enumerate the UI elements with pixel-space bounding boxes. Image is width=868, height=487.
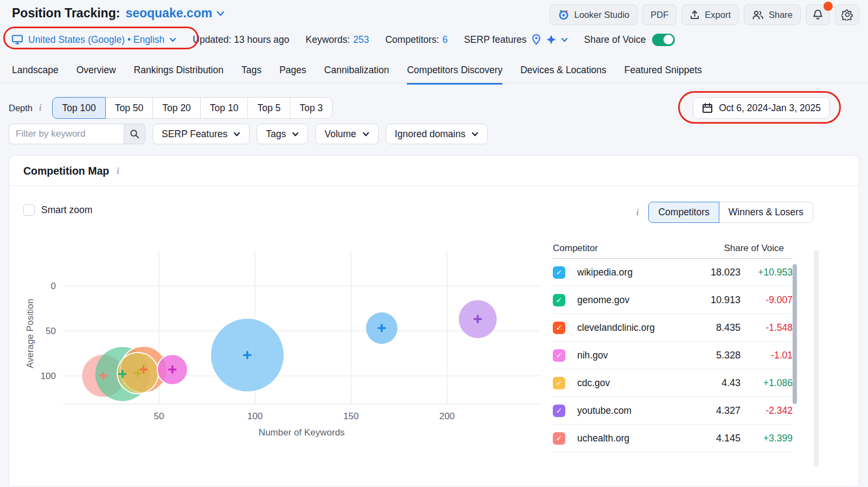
tab-landscape[interactable]: Landscape bbox=[12, 65, 59, 85]
competitor-checkbox-youtube-com[interactable]: ✓ bbox=[553, 405, 565, 417]
export-button[interactable]: Export bbox=[681, 4, 739, 25]
competitor-checkbox-nih-gov[interactable]: ✓ bbox=[553, 349, 565, 362]
competitor-checkbox-cdc-gov[interactable]: ✓ bbox=[553, 377, 565, 389]
filter-ignored-domains[interactable]: Ignored domains bbox=[386, 124, 488, 144]
tab-pages[interactable]: Pages bbox=[279, 65, 307, 85]
smart-zoom-checkbox[interactable] bbox=[23, 204, 35, 216]
depth-top-10[interactable]: Top 10 bbox=[200, 97, 248, 119]
y-tick-100: 100 bbox=[41, 371, 56, 381]
keywords-value-link[interactable]: 253 bbox=[353, 34, 369, 46]
updated-text: Updated: 13 hours ago bbox=[193, 34, 289, 46]
calendar-icon bbox=[702, 102, 713, 113]
table-row-nih-gov: ✓nih.gov5.328-1.01 bbox=[553, 342, 793, 369]
tab-tags[interactable]: Tags bbox=[241, 65, 261, 85]
filter-serp-features[interactable]: SERP Features bbox=[152, 124, 250, 144]
share-of-voice-value: 5.328 bbox=[706, 350, 741, 361]
project-domain-label: seoquake.com bbox=[125, 6, 212, 21]
location-language-label: United States (Google) • English bbox=[28, 34, 164, 46]
share-of-voice-delta: +3.399 bbox=[741, 433, 793, 444]
share-button[interactable]: Share bbox=[744, 4, 801, 25]
tab-featured-snippets[interactable]: Featured Snippets bbox=[624, 65, 702, 85]
chevron-down-icon bbox=[169, 37, 176, 42]
depth-top-20[interactable]: Top 20 bbox=[152, 97, 201, 119]
smart-zoom-label: Smart zoom bbox=[41, 204, 92, 216]
card-header: Competition Map i bbox=[9, 156, 859, 186]
competition-map-card: Competition Map i Smart zoom i Competito… bbox=[9, 155, 859, 487]
serp-features-dropdown[interactable]: SERP features bbox=[464, 34, 567, 46]
pdf-button[interactable]: PDF bbox=[642, 4, 676, 25]
y-tick-50: 50 bbox=[46, 326, 56, 336]
tab-devices-locations[interactable]: Devices & Locations bbox=[520, 65, 607, 85]
table-row-wikipedia-org: ✓wikipedia.org18.023+10.953 bbox=[553, 259, 793, 286]
depth-top-100[interactable]: Top 100 bbox=[52, 97, 105, 119]
project-domain-dropdown[interactable]: seoquake.com bbox=[125, 6, 225, 21]
report-tabs: LandscapeOverviewRankings DistributionTa… bbox=[12, 65, 702, 85]
tab-rankings-distribution[interactable]: Rankings Distribution bbox=[134, 65, 224, 85]
share-of-voice-toggle[interactable] bbox=[652, 34, 675, 46]
competitor-checkbox-genome-gov[interactable]: ✓ bbox=[553, 294, 565, 306]
depth-top-5[interactable]: Top 5 bbox=[247, 97, 290, 119]
filter-volume[interactable]: Volume bbox=[315, 124, 378, 144]
y-tick-0: 0 bbox=[51, 281, 56, 291]
keyword-filter-input[interactable] bbox=[9, 124, 124, 144]
location-language-dropdown[interactable]: United States (Google) • English bbox=[9, 34, 176, 46]
filter-tags[interactable]: Tags bbox=[257, 124, 308, 144]
share-of-voice-value: 18.023 bbox=[706, 267, 741, 278]
share-icon bbox=[752, 10, 764, 20]
sparkle-diamond-icon bbox=[546, 34, 557, 45]
competitors-value-link[interactable]: 6 bbox=[442, 34, 448, 46]
table-row-uchealth-org: ✓uchealth.org4.145+3.399 bbox=[553, 425, 793, 452]
competitor-domain: youtube.com bbox=[577, 405, 631, 416]
bubble-chart-svg: 05010050100150200Average PositionNumber … bbox=[22, 247, 554, 452]
depth-toolbar: Depth i Top 100Top 50Top 20Top 10Top 5To… bbox=[9, 97, 333, 119]
depth-top-3[interactable]: Top 3 bbox=[290, 97, 333, 119]
x-axis-title: Number of Keywords bbox=[259, 427, 345, 438]
view-winners-losers[interactable]: Winners & Losers bbox=[719, 202, 813, 223]
notifications-button[interactable] bbox=[806, 4, 830, 25]
competitor-checkbox-uchealth-org[interactable]: ✓ bbox=[553, 432, 565, 445]
share-of-voice-delta: -2.342 bbox=[741, 405, 793, 416]
view-competitors[interactable]: Competitors bbox=[648, 202, 719, 223]
serp-features-label: SERP features bbox=[464, 34, 526, 46]
settings-button[interactable] bbox=[835, 4, 859, 25]
competitor-checkbox-clevelandclinic-org[interactable]: ✓ bbox=[553, 322, 565, 334]
share-of-voice-value: 8.435 bbox=[706, 322, 741, 334]
tab-competitors-discovery[interactable]: Competitors Discovery bbox=[407, 65, 502, 85]
filter-label: SERP Features bbox=[162, 129, 227, 140]
x-tick-200: 200 bbox=[439, 411, 455, 421]
share-of-voice-value: 4.43 bbox=[706, 377, 741, 389]
export-icon bbox=[690, 10, 700, 20]
date-range-button[interactable]: Oct 6, 2024-Jan 3, 2025 bbox=[693, 97, 830, 119]
keyword-search-button[interactable] bbox=[124, 124, 145, 144]
keywords-label: Keywords: bbox=[305, 34, 350, 46]
depth-info-icon[interactable]: i bbox=[37, 103, 43, 113]
competitor-checkbox-wikipedia-org[interactable]: ✓ bbox=[553, 266, 565, 279]
tab-overview[interactable]: Overview bbox=[76, 65, 116, 85]
competitors-table-header: Competitor Share of Voice bbox=[553, 241, 793, 259]
tab-cannibalization[interactable]: Cannibalization bbox=[324, 65, 390, 85]
looker-studio-label: Looker Studio bbox=[574, 10, 629, 20]
depth-top-50[interactable]: Top 50 bbox=[105, 97, 154, 119]
competitors-table-body: ✓wikipedia.org18.023+10.953✓genome.gov10… bbox=[553, 259, 793, 452]
tabs-divider bbox=[0, 82, 868, 83]
looker-studio-icon bbox=[558, 9, 569, 21]
chevron-down-icon bbox=[471, 132, 478, 137]
share-of-voice-delta: -1.548 bbox=[741, 322, 793, 334]
share-of-voice-label: Share of Voice bbox=[584, 34, 646, 46]
competitors-table: Competitor Share of Voice ✓wikipedia.org… bbox=[553, 241, 793, 452]
view-toggle-info-icon[interactable]: i bbox=[634, 208, 641, 217]
table-scrollbar-thumb[interactable] bbox=[793, 264, 797, 404]
view-toggle-group: i CompetitorsWinners & Losers bbox=[634, 202, 813, 223]
filters-toolbar: SERP FeaturesTagsVolumeIgnored domains bbox=[9, 124, 488, 144]
looker-studio-button[interactable]: Looker Studio bbox=[550, 4, 637, 25]
chevron-down-icon bbox=[362, 132, 369, 137]
col-competitor: Competitor bbox=[553, 243, 598, 254]
competition-map-info-icon[interactable]: i bbox=[114, 166, 121, 176]
share-of-voice-delta: +10.953 bbox=[741, 267, 793, 278]
pdf-label: PDF bbox=[650, 10, 668, 20]
filter-dropdowns: SERP FeaturesTagsVolumeIgnored domains bbox=[152, 124, 488, 144]
share-of-voice-value: 4.327 bbox=[706, 405, 741, 416]
competitor-domain: clevelandclinic.org bbox=[577, 322, 655, 334]
smart-zoom-checkbox-group[interactable]: Smart zoom bbox=[23, 204, 92, 216]
card-scrollbar-track[interactable] bbox=[814, 250, 819, 467]
